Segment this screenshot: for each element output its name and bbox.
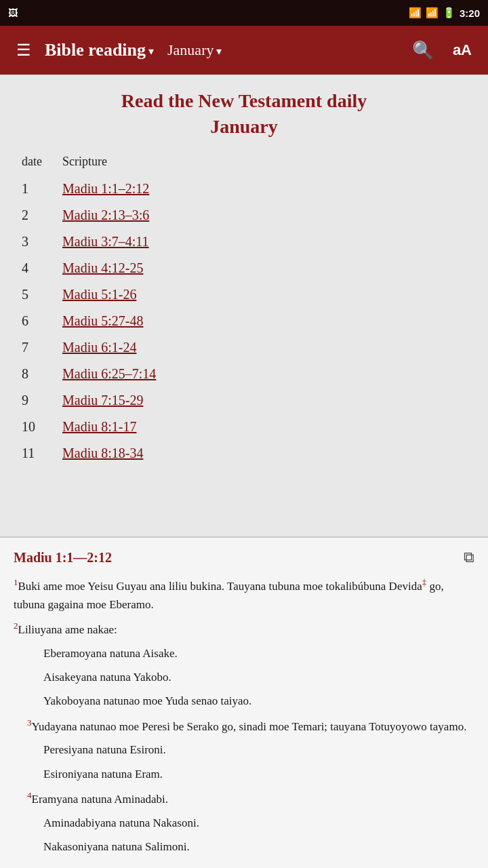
day-number: 1 [16, 176, 57, 202]
panel-verse: Eberamoyana natuna Aisake. [43, 644, 474, 663]
title-dropdown-arrow: ▾ [148, 45, 154, 58]
table-row: 1Madiu 1:1–2:12 [16, 176, 472, 202]
scripture-link[interactable]: Madiu 3:7–4:11 [57, 229, 472, 255]
panel-verse: Nakasoniyana natuna Salimoni. [43, 837, 474, 856]
search-icon[interactable]: 🔍 [407, 35, 439, 66]
scripture-link[interactable]: Madiu 8:1-17 [57, 414, 472, 440]
scripture-link[interactable]: Madiu 5:1-26 [57, 281, 472, 308]
panel-verse: 2Liliuyana ame nakae: [14, 619, 474, 639]
table-row: 7Madiu 6:1-24 [16, 334, 472, 361]
day-number: 6 [16, 308, 57, 334]
panel-verse: Peresiyana natuna Esironi. [43, 741, 474, 759]
day-number: 8 [16, 361, 57, 387]
panel-verse: 3Yudayana natunao moe Peresi be Serako g… [27, 716, 474, 736]
scripture-link[interactable]: Madiu 6:1-24 [57, 334, 472, 361]
table-row: 4Madiu 4:12-25 [16, 255, 472, 281]
menu-icon[interactable]: ☰ [11, 35, 37, 65]
scripture-link[interactable]: Madiu 8:18-34 [57, 440, 472, 467]
month-dropdown[interactable]: January ▾ [167, 41, 222, 59]
panel-verse: 1Buki ame moe Yeisu Guyau ana liliu buki… [14, 576, 474, 614]
day-number: 4 [16, 255, 57, 281]
table-row: 10Madiu 8:1-17 [16, 414, 472, 440]
table-row: 11Madiu 8:18-34 [16, 440, 472, 467]
table-row: 9Madiu 7:15-29 [16, 387, 472, 414]
reading-table: date Scripture 1Madiu 1:1–2:122Madiu 2:1… [16, 152, 472, 467]
day-number: 2 [16, 202, 57, 229]
scripture-link[interactable]: Madiu 5:27-48 [57, 308, 472, 334]
month-dropdown-arrow: ▾ [216, 45, 222, 58]
day-number: 5 [16, 281, 57, 308]
toolbar: ☰ Bible reading ▾ January ▾ 🔍 aA [0, 26, 488, 75]
page-title: Read the New Testament dailyJanuary [16, 88, 472, 140]
table-row: 3Madiu 3:7–4:11 [16, 229, 472, 255]
wifi-icon: 📶 [409, 7, 422, 19]
scripture-link[interactable]: Madiu 7:15-29 [57, 387, 472, 414]
day-number: 3 [16, 229, 57, 255]
toolbar-title: Bible reading [45, 40, 146, 60]
day-number: 9 [16, 387, 57, 414]
battery-icon: 🔋 [443, 7, 455, 19]
panel-header: Madiu 1:1—2:12 ⧉ [14, 549, 474, 566]
panel-verse: 4Eramyana natuna Aminadabi. [27, 789, 474, 808]
scripture-link[interactable]: Madiu 1:1–2:12 [57, 176, 472, 202]
scripture-link[interactable]: Madiu 6:25–7:14 [57, 361, 472, 387]
status-right: 📶 📶 🔋 3:20 [409, 7, 480, 19]
panel-verse: Yakoboyana natunao moe Yuda senao taiyao… [43, 692, 474, 710]
panel-title: Madiu 1:1—2:12 [14, 550, 112, 566]
main-content: Read the New Testament dailyJanuary date… [0, 75, 488, 467]
bottom-panel: Madiu 1:1—2:12 ⧉ 1Buki ame moe Yeisu Guy… [0, 536, 488, 868]
day-number: 7 [16, 334, 57, 361]
table-row: 5Madiu 5:1-26 [16, 281, 472, 308]
image-icon: 🖼 [8, 7, 18, 18]
table-row: 6Madiu 5:27-48 [16, 308, 472, 334]
scripture-link[interactable]: Madiu 2:13–3:6 [57, 202, 472, 229]
panel-body: 1Buki ame moe Yeisu Guyau ana liliu buki… [14, 576, 474, 856]
scripture-link[interactable]: Madiu 4:12-25 [57, 255, 472, 281]
status-left: 🖼 [8, 7, 18, 18]
font-size-icon[interactable]: aA [447, 36, 477, 64]
external-link-icon[interactable]: ⧉ [464, 549, 474, 566]
day-number: 10 [16, 414, 57, 440]
status-bar: 🖼 📶 📶 🔋 3:20 [0, 0, 488, 26]
signal-icon: 📶 [426, 7, 439, 19]
panel-verse: Aisakeyana natuna Yakobo. [43, 668, 474, 686]
panel-verse: Esironiyana natuna Eram. [43, 765, 474, 783]
toolbar-month: January [167, 41, 214, 59]
bible-reading-dropdown[interactable]: Bible reading ▾ [45, 40, 154, 60]
day-number: 11 [16, 440, 57, 467]
table-row: 8Madiu 6:25–7:14 [16, 361, 472, 387]
column-header-date: date [16, 152, 57, 176]
panel-verse: Aminadabiyana natuna Nakasoni. [43, 814, 474, 832]
column-header-scripture: Scripture [57, 152, 472, 176]
status-time: 3:20 [460, 7, 480, 19]
table-row: 2Madiu 2:13–3:6 [16, 202, 472, 229]
